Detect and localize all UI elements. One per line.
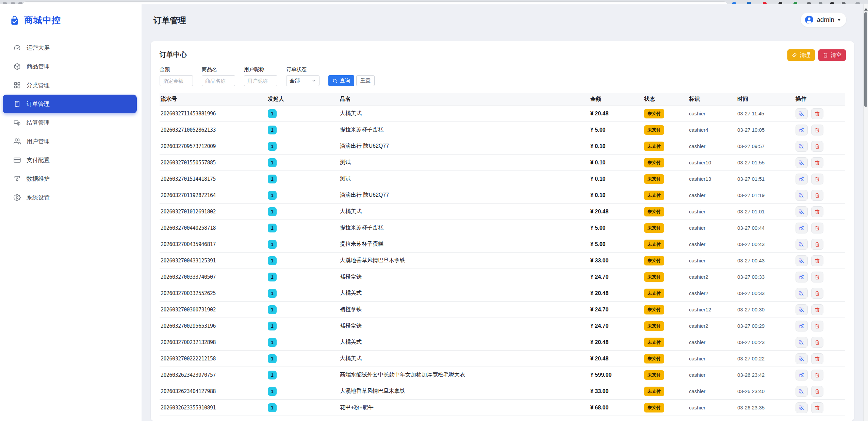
order-tag: cashier bbox=[688, 111, 736, 116]
sidebar-item-label: 用户管理 bbox=[27, 137, 50, 145]
trash-icon bbox=[815, 225, 820, 231]
filter-label: 商品名 bbox=[202, 66, 235, 73]
vertical-scrollbar[interactable] bbox=[863, 4, 868, 421]
table-body: 2026032711453881996 1 大橘美式 ¥ 20.48 未支付 c… bbox=[160, 106, 845, 416]
order-time: 03-27 01:51 bbox=[736, 176, 795, 182]
product-name: 大橘美式 bbox=[339, 110, 589, 117]
sidebar-item-label: 商品管理 bbox=[27, 63, 50, 70]
edit-button[interactable]: 改 bbox=[796, 190, 808, 201]
edit-button[interactable]: 改 bbox=[796, 353, 808, 364]
order-tag: cashier bbox=[688, 372, 736, 378]
filter-product-name: 商品名 bbox=[202, 66, 235, 86]
scrollbar-thumb[interactable] bbox=[864, 12, 867, 107]
table-row: 2026032623355310891 1 花甲+粉+肥牛 ¥ 68.00 未支… bbox=[160, 400, 845, 416]
edit-button[interactable]: 改 bbox=[796, 223, 808, 233]
edit-button[interactable]: 改 bbox=[796, 174, 808, 184]
delete-button[interactable] bbox=[811, 353, 823, 364]
user-nickname-input[interactable] bbox=[244, 75, 277, 86]
delete-button[interactable] bbox=[811, 337, 823, 348]
row-actions: 改 bbox=[795, 321, 845, 331]
sidebar-item-label: 订单管理 bbox=[27, 100, 50, 108]
delete-button[interactable] bbox=[811, 370, 823, 380]
order-serial: 2026032701514418175 bbox=[160, 176, 267, 182]
sidebar: 商城中控 运营大屏 商品管理 分类管理 订单管理 结算管理 用户管理 支付配置 … bbox=[0, 4, 142, 421]
sidebar-item-dashboard[interactable]: 运营大屏 bbox=[3, 38, 137, 57]
sidebar-item-categories[interactable]: 分类管理 bbox=[3, 76, 137, 95]
user-menu[interactable]: admin bbox=[801, 13, 846, 27]
order-time: 03-27 09:57 bbox=[736, 143, 795, 149]
order-serial: 2026032623404127988 bbox=[160, 388, 267, 394]
edit-button[interactable]: 改 bbox=[796, 108, 808, 119]
sidebar-item-payment[interactable]: 支付配置 bbox=[3, 151, 137, 169]
edit-button[interactable]: 改 bbox=[796, 337, 808, 348]
delete-button[interactable] bbox=[811, 321, 823, 331]
edit-button[interactable]: 改 bbox=[796, 288, 808, 299]
browser-avatar-icon bbox=[855, 2, 860, 4]
edit-button[interactable]: 改 bbox=[796, 321, 808, 331]
order-status-select[interactable]: 全部 bbox=[286, 75, 320, 86]
edit-button[interactable]: 改 bbox=[796, 370, 808, 380]
delete-button[interactable] bbox=[811, 255, 823, 266]
row-actions: 改 bbox=[795, 386, 845, 397]
delete-button[interactable] bbox=[811, 141, 823, 152]
reset-button[interactable]: 重置 bbox=[356, 75, 375, 86]
product-name: 褚橙拿铁 bbox=[339, 306, 589, 313]
delete-button[interactable] bbox=[811, 386, 823, 397]
delete-button[interactable] bbox=[811, 206, 823, 217]
order-amount: ¥ 20.48 bbox=[589, 356, 643, 362]
edit-button[interactable]: 改 bbox=[796, 255, 808, 266]
browser-extension-icon bbox=[747, 2, 751, 4]
order-time: 03-27 00:43 bbox=[736, 258, 795, 263]
initiator-badge: 1 bbox=[268, 256, 277, 265]
edit-button[interactable]: 改 bbox=[796, 386, 808, 397]
delete-button[interactable] bbox=[811, 157, 823, 168]
sidebar-item-products[interactable]: 商品管理 bbox=[3, 57, 137, 76]
page-title: 订单管理 bbox=[153, 15, 186, 26]
delete-button[interactable] bbox=[811, 174, 823, 184]
order-amount: ¥ 599.00 bbox=[589, 372, 643, 378]
initiator-badge: 1 bbox=[268, 109, 277, 118]
delete-button[interactable] bbox=[811, 108, 823, 119]
sidebar-item-orders[interactable]: 订单管理 bbox=[3, 95, 137, 113]
scroll-up-arrow-icon[interactable] bbox=[864, 6, 868, 11]
order-tag: cashier2 bbox=[688, 274, 736, 280]
trash-icon bbox=[815, 307, 820, 312]
order-amount: ¥ 5.00 bbox=[589, 225, 643, 231]
status-badge: 未支付 bbox=[644, 403, 664, 412]
edit-button[interactable]: 改 bbox=[796, 206, 808, 217]
delete-button[interactable] bbox=[811, 239, 823, 250]
clean-button[interactable]: 清理 bbox=[787, 49, 815, 61]
edit-button[interactable]: 改 bbox=[796, 125, 808, 135]
sidebar-item-settlement[interactable]: 结算管理 bbox=[3, 113, 137, 132]
row-actions: 改 bbox=[795, 157, 845, 168]
order-amount: ¥ 0.10 bbox=[589, 176, 643, 182]
delete-button[interactable] bbox=[811, 272, 823, 282]
delete-button[interactable] bbox=[811, 288, 823, 299]
sidebar-item-users[interactable]: 用户管理 bbox=[3, 132, 137, 151]
initiator-badge: 1 bbox=[268, 158, 277, 167]
amount-input[interactable] bbox=[160, 75, 193, 86]
edit-button[interactable]: 改 bbox=[796, 402, 808, 413]
edit-button[interactable]: 改 bbox=[796, 272, 808, 282]
grid-icon bbox=[14, 82, 21, 89]
sidebar-item-data[interactable]: 数据维护 bbox=[3, 169, 137, 188]
edit-button[interactable]: 改 bbox=[796, 304, 808, 315]
edit-button[interactable]: 改 bbox=[796, 157, 808, 168]
search-button[interactable]: 查询 bbox=[328, 75, 354, 86]
browser-extension-icon bbox=[779, 2, 782, 4]
chevron-down-icon bbox=[837, 19, 841, 23]
clear-button[interactable]: 清空 bbox=[818, 49, 846, 61]
product-name: 提拉米苏杯子蛋糕 bbox=[339, 241, 589, 248]
edit-button[interactable]: 改 bbox=[796, 141, 808, 152]
delete-button[interactable] bbox=[811, 125, 823, 135]
sidebar-item-settings[interactable]: 系统设置 bbox=[3, 188, 137, 207]
table-row: 2026032623423970757 1 高端水貂绒外套中长款中年女加棉加厚宽… bbox=[160, 367, 845, 383]
delete-button[interactable] bbox=[811, 402, 823, 413]
product-name-input[interactable] bbox=[202, 75, 235, 86]
main-content: 订单管理 admin 订单中心 清理 清空 金额 bbox=[142, 4, 868, 421]
delete-button[interactable] bbox=[811, 190, 823, 201]
edit-button[interactable]: 改 bbox=[796, 239, 808, 250]
order-time: 03-27 00:33 bbox=[736, 290, 795, 296]
delete-button[interactable] bbox=[811, 304, 823, 315]
delete-button[interactable] bbox=[811, 223, 823, 233]
